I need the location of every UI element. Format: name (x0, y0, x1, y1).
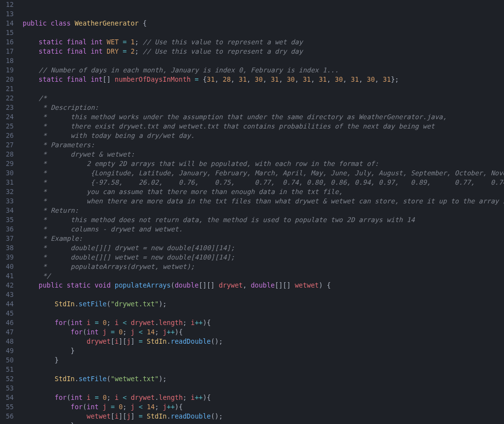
line-number: 29 (4, 159, 14, 168)
line-number: 38 (4, 243, 14, 253)
line-number: 12 (4, 0, 14, 9)
code-line[interactable] (23, 28, 504, 37)
line-number: 24 (4, 112, 14, 122)
code-line[interactable]: StdIn.setFile("drywet.txt"); (23, 299, 504, 309)
code-line[interactable]: */ (23, 271, 504, 281)
line-number: 46 (4, 318, 14, 327)
code-line[interactable]: * Description: (23, 103, 504, 112)
line-number: 18 (4, 56, 14, 65)
code-line[interactable]: /* (23, 94, 504, 103)
line-number: 26 (4, 131, 14, 140)
line-number: 44 (4, 299, 14, 309)
code-line[interactable]: * Parameters: (23, 140, 504, 150)
code-line[interactable]: } (23, 346, 504, 356)
code-line[interactable]: for(int i = 0; i < drywet.length; i++){ (23, 393, 504, 402)
line-number: 36 (4, 225, 14, 234)
code-line[interactable]: * double[][] drywet = new double[4100][1… (23, 243, 504, 253)
code-line[interactable]: } (23, 421, 504, 424)
code-line[interactable]: * this method works under the assumption… (23, 112, 504, 122)
line-number: 20 (4, 75, 14, 84)
line-number: 27 (4, 140, 14, 150)
line-number: 13 (4, 9, 14, 19)
code-line[interactable]: for(int j = 0; j < 14; j++){ (23, 402, 504, 412)
line-number: 41 (4, 271, 14, 281)
code-line[interactable] (23, 384, 504, 393)
line-number: 23 (4, 103, 14, 112)
code-line[interactable] (23, 290, 504, 299)
line-number: 50 (4, 356, 14, 365)
code-line[interactable]: * populateArrays(drywet, wetwet); (23, 262, 504, 271)
code-line[interactable]: * {-97.58, 26.02, 0.76, 0.75, 0.77, 0.74… (23, 178, 504, 187)
code-line[interactable]: for(int j = 0; j < 14; j++){ (23, 327, 504, 337)
code-line[interactable] (23, 84, 504, 94)
line-number: 34 (4, 206, 14, 215)
line-number: 54 (4, 393, 14, 402)
line-number: 22 (4, 94, 14, 103)
line-number: 21 (4, 84, 14, 94)
code-line[interactable]: static final int DRY = 2; // Use this va… (23, 47, 504, 56)
line-number: 15 (4, 28, 14, 37)
code-line[interactable]: static final int[] numberOfDaysInMonth =… (23, 75, 504, 84)
line-number: 39 (4, 253, 14, 262)
line-number: 30 (4, 168, 14, 178)
code-line[interactable]: StdIn.setFile("wetwet.txt"); (23, 374, 504, 384)
code-line[interactable]: * {Longitude, Latitude, January, Februar… (23, 168, 504, 178)
code-line[interactable]: * you can assume that there more than en… (23, 187, 504, 196)
line-number: 35 (4, 215, 14, 225)
code-line[interactable]: * Example: (23, 234, 504, 243)
line-number: 14 (4, 19, 14, 28)
line-number: 32 (4, 187, 14, 196)
line-number: 45 (4, 309, 14, 318)
code-line[interactable]: public static void populateArrays(double… (23, 281, 504, 290)
line-number: 49 (4, 346, 14, 356)
code-editor[interactable]: 1213141516171819202122232425262728293031… (0, 0, 504, 424)
code-line[interactable]: wetwet[i][j] = StdIn.readDouble(); (23, 412, 504, 421)
line-number: 42 (4, 281, 14, 290)
code-line[interactable] (23, 309, 504, 318)
line-number: 47 (4, 327, 14, 337)
code-area[interactable]: public class WeatherGenerator { static f… (23, 0, 504, 424)
line-number: 48 (4, 337, 14, 346)
code-line[interactable]: for(int i = 0; i < drywet.length; i++){ (23, 318, 504, 327)
line-number: 17 (4, 47, 14, 56)
line-number: 33 (4, 196, 14, 206)
code-line[interactable]: drywet[i][j] = StdIn.readDouble(); (23, 337, 504, 346)
line-number: 52 (4, 374, 14, 384)
code-line[interactable]: * columns - drywet and wetwet. (23, 225, 504, 234)
line-number: 28 (4, 150, 14, 159)
line-number: 55 (4, 402, 14, 412)
code-line[interactable] (23, 56, 504, 65)
code-line[interactable]: * this method does not return data, the … (23, 215, 504, 225)
line-gutter: 1213141516171819202122232425262728293031… (0, 0, 23, 424)
code-line[interactable]: * double[][] wetwet = new double[4100][1… (23, 253, 504, 262)
line-number: 53 (4, 384, 14, 393)
line-number: 37 (4, 234, 14, 243)
line-number: 25 (4, 122, 14, 131)
code-line[interactable]: public class WeatherGenerator { (23, 19, 504, 28)
line-number: 51 (4, 365, 14, 374)
code-line[interactable]: static final int WET = 1; // Use this va… (23, 37, 504, 47)
line-number: 16 (4, 37, 14, 47)
line-number: 56 (4, 412, 14, 421)
line-number: 40 (4, 262, 14, 271)
code-line[interactable]: // Number of days in each month, January… (23, 65, 504, 75)
code-line[interactable]: * drywet & wetwet: (23, 150, 504, 159)
line-number: 43 (4, 290, 14, 299)
code-line[interactable]: } (23, 356, 504, 365)
line-number: 31 (4, 178, 14, 187)
line-number: 19 (4, 65, 14, 75)
code-line[interactable] (23, 365, 504, 374)
code-line[interactable]: * there exist drywet.txt and wetwet.txt … (23, 122, 504, 131)
code-line[interactable]: * with today being a dry/wet day. (23, 131, 504, 140)
code-line[interactable]: * Return: (23, 206, 504, 215)
code-line[interactable]: * 2 empty 2D arrays that will be populat… (23, 159, 504, 168)
code-line[interactable]: * when there are more data in the txt fi… (23, 196, 504, 206)
